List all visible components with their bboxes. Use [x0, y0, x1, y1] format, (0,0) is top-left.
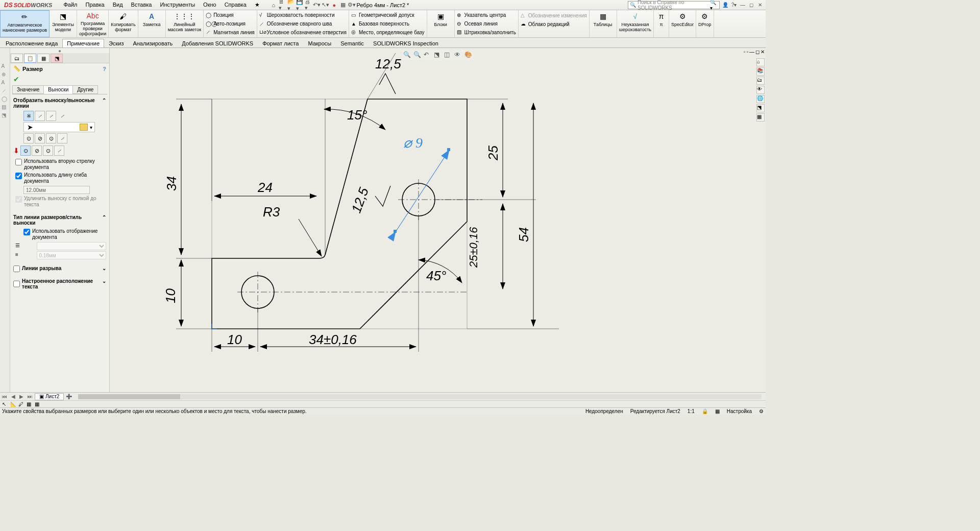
tab-view-layout[interactable]: Расположение вида	[1, 39, 62, 47]
btn-auto-position[interactable]: ◯◯Авто-позиция	[206, 20, 255, 28]
ok-button[interactable]: ✔	[10, 74, 109, 84]
rebuild-icon[interactable]: ●	[331, 2, 338, 9]
btn-magnetic-line[interactable]: ⟋Магнитная линия	[206, 28, 255, 36]
btn-surface-roughness[interactable]: √Шероховатость поверхности	[259, 11, 347, 19]
help-search[interactable]: 🔍 Поиск в Справке по SOLIDWORKS 🔍▾	[628, 1, 720, 9]
ptab-feature-tree[interactable]: 🗂	[11, 54, 23, 63]
btn-tables[interactable]: ▦ Таблицы	[590, 10, 617, 37]
dim-r3[interactable]: R3	[263, 204, 280, 220]
tab-inspection[interactable]: SOLIDWORKS Inspection	[369, 39, 443, 47]
lineweight-select[interactable]: 0.18мм	[37, 251, 106, 259]
minimize-icon[interactable]: —	[739, 2, 746, 8]
qb-icon[interactable]: ▦	[35, 401, 41, 407]
subtab-value[interactable]: Значение	[12, 85, 44, 94]
ptab-config[interactable]: ▦	[37, 54, 50, 63]
lt-icon[interactable]: ◯	[2, 96, 9, 103]
btn-blocks[interactable]: ▣ Блоки	[427, 10, 455, 37]
subtab-other[interactable]: Другие	[72, 85, 98, 94]
arrow-style-select[interactable]: ➤ ▾	[23, 122, 95, 132]
chk-doc-display-box[interactable]	[23, 229, 30, 235]
dim-34tol[interactable]: 34±0,16	[309, 332, 357, 347]
status-lock-icon[interactable]: 🔒	[702, 408, 708, 414]
menu-tools[interactable]: Инструменты	[157, 1, 198, 9]
btn-dprop[interactable]: ⚙ DProp	[696, 10, 714, 37]
tab-sw-addins[interactable]: Добавления SOLIDWORKS	[177, 39, 258, 47]
dim-10-left[interactable]: 10	[163, 288, 178, 303]
menu-file[interactable]: Файл	[60, 1, 80, 9]
btn-dim-4[interactable]: ⟋	[54, 146, 64, 156]
dim-25tol[interactable]: 25±0,16	[467, 227, 480, 268]
menu-search-icon[interactable]: ★	[252, 1, 263, 9]
btn-hatch[interactable]: ▨Штриховка/заполнить	[457, 28, 516, 36]
qb-icon[interactable]: ↖	[2, 401, 8, 407]
btn-dim-1[interactable]: ⊙	[20, 146, 31, 156]
sheet-next-icon[interactable]: ▶	[17, 394, 26, 399]
status-gear-icon[interactable]: ⚙	[759, 408, 764, 414]
section-custom-head[interactable]: Настроенное расположение текста ⌄	[13, 277, 106, 291]
panel-dot[interactable]: ●	[10, 48, 109, 53]
dim-10-bottom[interactable]: 10	[227, 332, 242, 347]
subtab-leaders[interactable]: Выноски	[43, 85, 73, 94]
dim-25[interactable]: 25	[485, 146, 501, 161]
btn-arc-3[interactable]: ⊙	[46, 133, 56, 143]
menu-edit[interactable]: Правка	[83, 1, 108, 9]
chk-custom-text[interactable]	[13, 278, 20, 289]
select-icon[interactable]: ↖▾	[322, 2, 329, 9]
btn-revision-cloud[interactable]: ☁Облако редакций	[521, 20, 587, 28]
chk-use-doc-display[interactable]: Использовать отображение документа	[23, 228, 104, 240]
section-line-type-head[interactable]: Тип линии размеров/стиль выноски⌃	[13, 213, 106, 227]
lt-icon[interactable]: ▨	[2, 104, 9, 111]
chk-bend-length[interactable]: Использовать длину сгиба документа	[15, 172, 104, 184]
status-units-icon[interactable]: ▦	[715, 408, 720, 414]
sheet-last-icon[interactable]: ⏭	[26, 394, 35, 399]
tab-sketch[interactable]: Эскиз	[104, 39, 128, 47]
btn-hole-callout[interactable]: ⊔⌀Условное обозначение отверстия	[259, 28, 347, 36]
chk-second-arrow-box[interactable]	[15, 159, 22, 165]
dim-rough-top[interactable]: 12,5	[375, 56, 401, 71]
settings-icon[interactable]: ⚙▾	[348, 2, 355, 9]
dim-rough-slant[interactable]: 12,5	[348, 185, 372, 215]
section-display-leader-head[interactable]: Отобразить выноску/выносные линии⌃	[13, 96, 106, 110]
btn-unspec-roughness[interactable]: √ Неуказанная шероховатость	[617, 10, 654, 37]
lt-icon[interactable]: A	[2, 63, 9, 70]
tab-evaluate[interactable]: Анализировать	[128, 39, 177, 47]
btn-centerline[interactable]: ⊖Осевая линия	[457, 20, 516, 28]
btn-arc-4[interactable]: ⟋	[57, 133, 67, 143]
qb-icon[interactable]: 📐	[10, 401, 16, 407]
tab-semantic[interactable]: Semantic	[336, 39, 369, 47]
btn-leader-2[interactable]: ⟋	[35, 111, 45, 121]
bend-length-field[interactable]	[23, 186, 90, 194]
btn-tt[interactable]: π π	[654, 10, 669, 37]
btn-revision-symbol[interactable]: △Обозначение изменения	[521, 11, 587, 19]
chk-bend-length-box[interactable]	[15, 173, 22, 179]
btn-dim-3[interactable]: ⊙	[43, 146, 53, 156]
btn-arc-1[interactable]: ⊙	[23, 133, 34, 143]
btn-spell-check[interactable]: Abc Программа проверки орфографии	[77, 10, 109, 37]
qb-icon[interactable]: 🖊	[18, 401, 24, 407]
menu-help[interactable]: Справка	[222, 1, 250, 9]
new-icon[interactable]: 🗎▾	[279, 2, 286, 9]
qb-icon[interactable]: ▦	[27, 401, 33, 407]
help-icon[interactable]: ?▾	[730, 2, 738, 8]
home-icon[interactable]: ⌂	[270, 2, 277, 9]
btn-model-items[interactable]: ⬔ Элементы модели	[50, 10, 77, 37]
dim-54[interactable]: 54	[516, 227, 531, 242]
close-icon[interactable]: ✕	[756, 2, 764, 8]
lt-icon[interactable]: ⟋	[2, 88, 9, 95]
lt-icon[interactable]: ⊕	[2, 71, 9, 79]
chk-break-lines[interactable]	[13, 266, 20, 272]
tab-annotation[interactable]: Примечание	[62, 39, 104, 47]
btn-copy-format[interactable]: 🖌 Копировать формат	[109, 10, 138, 37]
sheet-prev-icon[interactable]: ◀	[9, 394, 17, 399]
btn-center-mark[interactable]: ⊕Указатель центра	[457, 11, 516, 19]
tab-sheet-format[interactable]: Формат листа	[258, 39, 303, 47]
undo-icon[interactable]: ↶▾	[313, 2, 321, 9]
chk-extend-leader[interactable]: Удлинить выноску с полкой до текста	[15, 196, 104, 208]
btn-dim-2[interactable]: ⊘	[32, 146, 42, 156]
btn-linear-note-pattern[interactable]: ⋮⋮⋮ Линейный массив заметок	[166, 10, 204, 37]
menu-view[interactable]: Вид	[110, 1, 126, 9]
tab-macros[interactable]: Макросы	[303, 39, 336, 47]
btn-spec-editor[interactable]: ⚙ SpecEditor	[669, 10, 696, 37]
btn-note[interactable]: A Заметка	[138, 10, 166, 37]
print-icon[interactable]: 🖨▾	[305, 2, 312, 9]
